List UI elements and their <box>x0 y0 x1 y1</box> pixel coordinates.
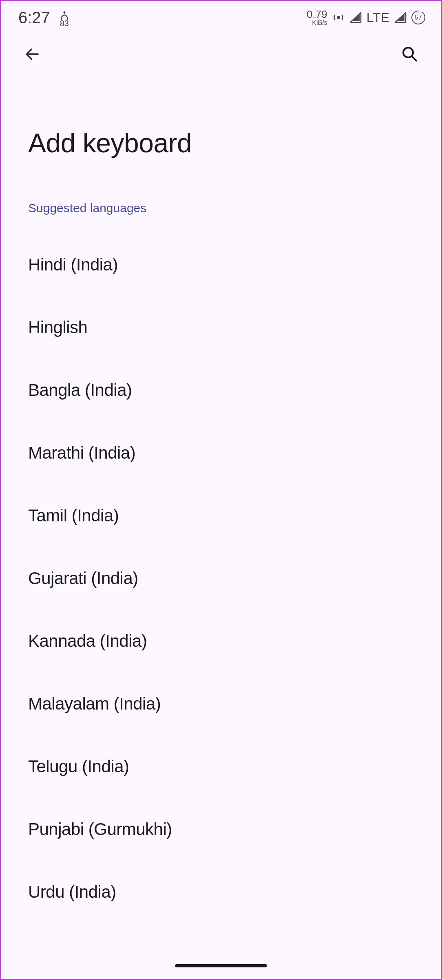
back-button[interactable] <box>22 44 42 64</box>
language-item-tamil[interactable]: Tamil (India) <box>1 484 441 547</box>
language-item-telugu[interactable]: Telugu (India) <box>1 735 441 798</box>
lock-badge-value: 83 <box>60 19 69 28</box>
status-bar: 6:27 83 0.79 KiB/s <box>1 1 441 34</box>
language-item-hinglish[interactable]: Hinglish <box>1 296 441 359</box>
network-type: LTE <box>367 10 389 25</box>
battery-value: 57 <box>415 14 422 21</box>
app-bar <box>1 34 441 75</box>
status-right: 0.79 KiB/s LTE 57 <box>307 9 425 26</box>
lock-badge-icon: 83 <box>56 8 73 27</box>
data-rate-value: 0.79 <box>307 9 327 20</box>
data-rate-unit: KiB/s <box>312 20 327 26</box>
status-time: 6:27 <box>18 9 50 27</box>
hotspot-icon <box>332 11 345 24</box>
signal-icon-1 <box>349 12 362 23</box>
arrow-back-icon <box>23 45 41 63</box>
navigation-handle[interactable] <box>175 964 267 967</box>
battery-icon: 57 <box>411 11 425 24</box>
language-list: Hindi (India) Hinglish Bangla (India) Ma… <box>1 215 441 923</box>
search-icon <box>401 45 419 63</box>
signal-icon-2 <box>394 12 407 23</box>
page-title: Add keyboard <box>1 75 441 158</box>
section-header: Suggested languages <box>1 158 441 215</box>
language-item-marathi[interactable]: Marathi (India) <box>1 422 441 484</box>
language-item-urdu[interactable]: Urdu (India) <box>1 861 441 923</box>
language-item-bangla[interactable]: Bangla (India) <box>1 359 441 422</box>
language-item-kannada[interactable]: Kannada (India) <box>1 610 441 672</box>
svg-rect-1 <box>64 12 65 14</box>
status-left: 6:27 83 <box>18 8 73 27</box>
svg-point-2 <box>337 16 340 19</box>
language-item-gujarati[interactable]: Gujarati (India) <box>1 547 441 610</box>
data-rate: 0.79 KiB/s <box>307 9 327 26</box>
language-item-hindi[interactable]: Hindi (India) <box>1 233 441 296</box>
search-button[interactable] <box>400 44 420 64</box>
language-item-punjabi[interactable]: Punjabi (Gurmukhi) <box>1 798 441 861</box>
language-item-malayalam[interactable]: Malayalam (India) <box>1 672 441 735</box>
